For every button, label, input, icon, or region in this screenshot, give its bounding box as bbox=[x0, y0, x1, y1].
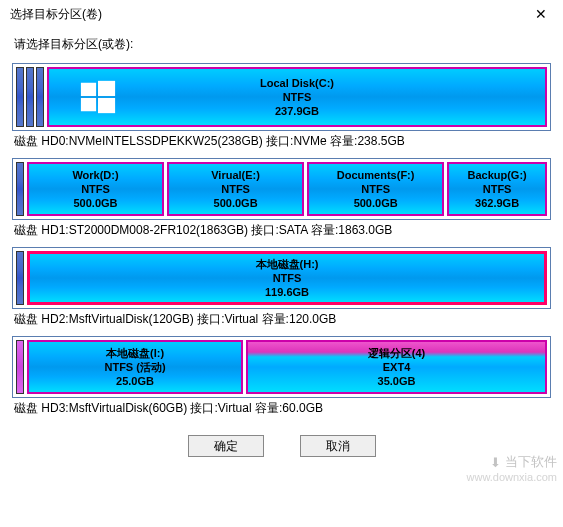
reserved-stripe bbox=[16, 162, 24, 216]
partition-fs: NTFS bbox=[467, 182, 526, 196]
windows-icon bbox=[79, 78, 117, 116]
partition-info: Documents(F:) NTFS 500.0GB bbox=[337, 168, 415, 211]
close-icon[interactable]: ✕ bbox=[529, 4, 553, 24]
partition-size: 362.9GB bbox=[467, 196, 526, 210]
window-title: 选择目标分区(卷) bbox=[10, 6, 529, 23]
partition-size: 500.0GB bbox=[337, 196, 415, 210]
svg-rect-0 bbox=[81, 83, 96, 96]
svg-rect-2 bbox=[81, 98, 96, 111]
watermark-url: www.downxia.com bbox=[467, 471, 557, 483]
partition-fs: NTFS bbox=[256, 271, 319, 285]
partition-info: 逻辑分区(4) EXT4 35.0GB bbox=[368, 346, 425, 389]
disk-row: 本地磁盘(H:) NTFS 119.6GB bbox=[12, 247, 551, 309]
partition-info: Virual(E:) NTFS 500.0GB bbox=[211, 168, 260, 211]
partition-e[interactable]: Virual(E:) NTFS 500.0GB bbox=[167, 162, 304, 216]
button-bar: 确定 取消 bbox=[0, 425, 563, 467]
disk-label: 磁盘 HD0:NVMeINTELSSDPEKKW25(238GB) 接口:NVM… bbox=[14, 133, 549, 150]
svg-rect-1 bbox=[98, 81, 115, 96]
partition-info: 本地磁盘(I:) NTFS (活动) 25.0GB bbox=[104, 346, 165, 389]
reserved-stripe bbox=[16, 67, 24, 127]
partition-info: Backup(G:) NTFS 362.9GB bbox=[467, 168, 526, 211]
disk-label: 磁盘 HD3:MsftVirtualDisk(60GB) 接口:Virtual … bbox=[14, 400, 549, 417]
partition-d[interactable]: Work(D:) NTFS 500.0GB bbox=[27, 162, 164, 216]
reserved-stripe bbox=[16, 251, 24, 305]
partition-size: 500.0GB bbox=[211, 196, 260, 210]
disk-row: 本地磁盘(I:) NTFS (活动) 25.0GB 逻辑分区(4) EXT4 3… bbox=[12, 336, 551, 398]
partition-size: 35.0GB bbox=[368, 374, 425, 388]
partition-name: Backup(G:) bbox=[467, 168, 526, 182]
disk-label: 磁盘 HD2:MsftVirtualDisk(120GB) 接口:Virtual… bbox=[14, 311, 549, 328]
reserved-stripe bbox=[26, 67, 34, 127]
partition-g[interactable]: Backup(G:) NTFS 362.9GB bbox=[447, 162, 547, 216]
partition-fs: NTFS bbox=[337, 182, 415, 196]
partition-f[interactable]: Documents(F:) NTFS 500.0GB bbox=[307, 162, 444, 216]
partition-h[interactable]: 本地磁盘(H:) NTFS 119.6GB bbox=[27, 251, 547, 305]
disk-row: Work(D:) NTFS 500.0GB Virual(E:) NTFS 50… bbox=[12, 158, 551, 220]
partition-fs: NTFS (活动) bbox=[104, 360, 165, 374]
partition-name: Virual(E:) bbox=[211, 168, 260, 182]
reserved-stripes bbox=[16, 67, 44, 127]
partition-c[interactable]: Local Disk(C:) NTFS 237.9GB bbox=[47, 67, 547, 127]
partition-size: 237.9GB bbox=[260, 104, 334, 118]
partition-name: 本地磁盘(H:) bbox=[256, 257, 319, 271]
partition-size: 500.0GB bbox=[72, 196, 118, 210]
partition-name: Work(D:) bbox=[72, 168, 118, 182]
partition-name: Documents(F:) bbox=[337, 168, 415, 182]
svg-rect-3 bbox=[98, 98, 115, 113]
partition-fs: NTFS bbox=[260, 90, 334, 104]
partition-info: Work(D:) NTFS 500.0GB bbox=[72, 168, 118, 211]
partition-info: Local Disk(C:) NTFS 237.9GB bbox=[260, 76, 334, 119]
partition-logical-4[interactable]: 逻辑分区(4) EXT4 35.0GB bbox=[246, 340, 547, 394]
partition-i[interactable]: 本地磁盘(I:) NTFS (活动) 25.0GB bbox=[27, 340, 243, 394]
partition-size: 119.6GB bbox=[256, 285, 319, 299]
partition-name: Local Disk(C:) bbox=[260, 76, 334, 90]
disk-label: 磁盘 HD1:ST2000DM008-2FR102(1863GB) 接口:SAT… bbox=[14, 222, 549, 239]
partition-fs: NTFS bbox=[211, 182, 260, 196]
cancel-button[interactable]: 取消 bbox=[300, 435, 376, 457]
partition-info: 本地磁盘(H:) NTFS 119.6GB bbox=[256, 257, 319, 300]
partition-fs: NTFS bbox=[72, 182, 118, 196]
reserved-stripe bbox=[16, 340, 24, 394]
title-bar: 选择目标分区(卷) ✕ bbox=[0, 0, 563, 28]
partition-name: 逻辑分区(4) bbox=[368, 346, 425, 360]
reserved-stripe bbox=[36, 67, 44, 127]
partition-fs: EXT4 bbox=[368, 360, 425, 374]
disk-row: Local Disk(C:) NTFS 237.9GB bbox=[12, 63, 551, 131]
ok-button[interactable]: 确定 bbox=[188, 435, 264, 457]
instruction-label: 请选择目标分区(或卷): bbox=[0, 28, 563, 59]
partition-name: 本地磁盘(I:) bbox=[104, 346, 165, 360]
partition-size: 25.0GB bbox=[104, 374, 165, 388]
